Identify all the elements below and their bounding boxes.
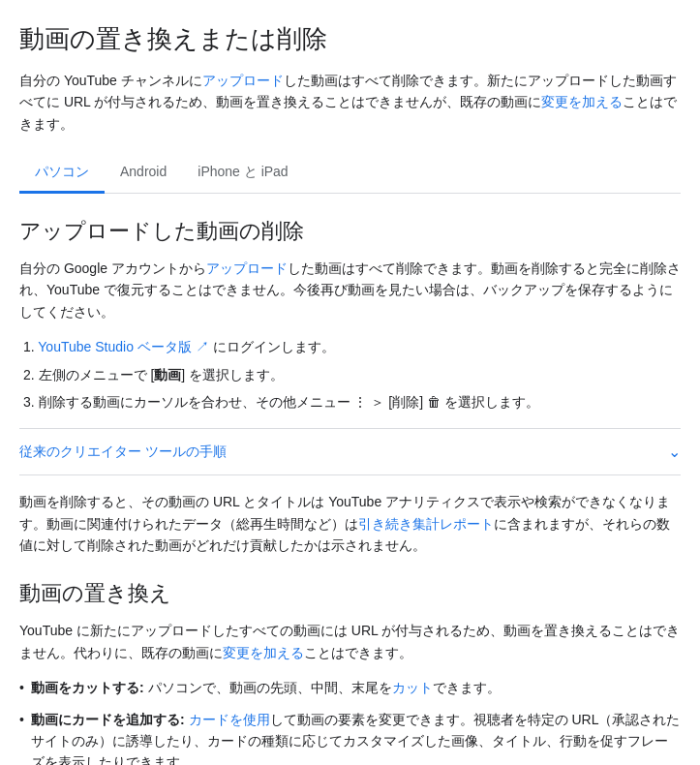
section1-title: アップロードした動画の削除 xyxy=(19,217,681,246)
bullet-cards-link[interactable]: カードを使用 xyxy=(189,712,270,727)
chevron-down-icon: ⌄ xyxy=(668,443,681,461)
intro-link-upload[interactable]: アップロード xyxy=(202,73,284,88)
analytics-link[interactable]: 引き続き集計レポート xyxy=(358,516,494,532)
collapsible-legacy[interactable]: 従来のクリエイター ツールの手順 ⌄ xyxy=(19,428,681,475)
steps-list: 1. YouTube Studio ベータ版 ↗ にログインします。 2. 左側… xyxy=(19,336,681,413)
step1-link[interactable]: YouTube Studio ベータ版 ↗ xyxy=(38,339,208,354)
s1-link-upload[interactable]: アップロード xyxy=(206,260,288,276)
bullet-item-cut: 動画をカットする: パソコンで、動画の先頭、中間、末尾をカットできます。 xyxy=(19,677,681,698)
bullet-cut-link[interactable]: カット xyxy=(392,680,433,695)
section2-title: 動画の置き換え xyxy=(19,579,681,608)
section2-intro: YouTube に新たにアップロードしたすべての動画には URL が付与されるた… xyxy=(19,620,681,663)
bullet-cut-label: 動画をカットする: xyxy=(31,680,144,695)
intro-link-change[interactable]: 変更を加える xyxy=(541,94,623,109)
tab-iphone[interactable]: iPhone と iPad xyxy=(182,154,303,194)
page-title: 動画の置き換えまたは削除 xyxy=(19,23,681,56)
tabs-container: パソコン Android iPhone と iPad xyxy=(19,154,681,194)
tab-android[interactable]: Android xyxy=(105,154,182,194)
s2-link-change[interactable]: 変更を加える xyxy=(223,645,304,660)
analytics-note: 動画を削除すると、その動画の URL とタイトルは YouTube アナリティク… xyxy=(19,491,681,556)
section1-intro: 自分の Google アカウントからアップロードした動画はすべて削除できます。動… xyxy=(19,258,681,322)
bullet-cards-label: 動画にカードを追加する: xyxy=(31,712,185,727)
step-3: 3. 削除する動画にカーソルを合わせ、その他メニュー ⋮ ＞ [削除] 🗑 を選… xyxy=(19,391,681,413)
collapsible-label: 従来のクリエイター ツールの手順 xyxy=(19,444,227,461)
step-2: 2. 左側のメニューで [動画] を選択します。 xyxy=(19,364,681,385)
bullet-item-cards: 動画にカードを追加する: カードを使用して動画の要素を変更できます。視聴者を特定… xyxy=(19,709,681,765)
bullet-list: 動画をカットする: パソコンで、動画の先頭、中間、末尾をカットできます。 動画に… xyxy=(19,677,681,765)
step-1: 1. YouTube Studio ベータ版 ↗ にログインします。 xyxy=(19,336,681,357)
intro-text: 自分の YouTube チャンネルにアップロードした動画はすべて削除できます。新… xyxy=(19,70,681,135)
tab-pc[interactable]: パソコン xyxy=(19,154,105,194)
